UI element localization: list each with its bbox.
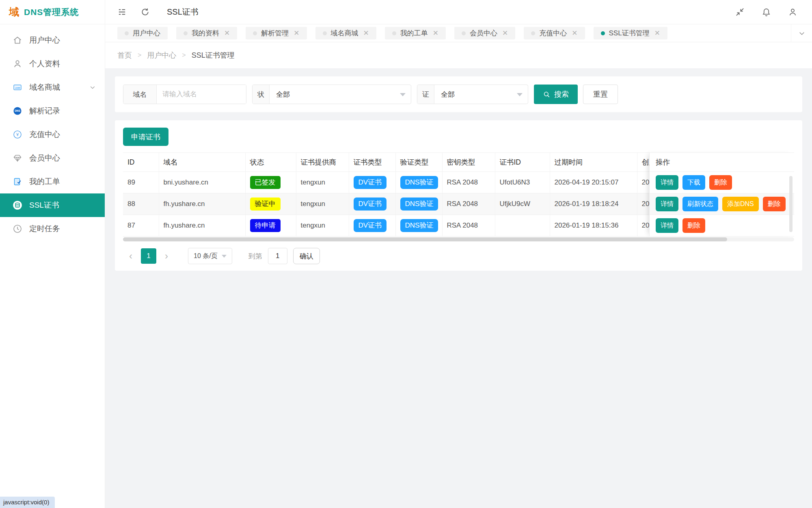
details-button[interactable]: 详情 xyxy=(656,175,678,190)
next-page-button[interactable]: › xyxy=(162,251,171,261)
dns-record-icon: DNS xyxy=(12,106,23,116)
cell-cert-id: UfotU6N3 xyxy=(495,172,550,193)
chevron-down-icon xyxy=(222,255,227,258)
cell-verify-type: DNS验证 xyxy=(395,193,442,215)
topbar-right xyxy=(735,7,797,17)
sidebar-item-ssl-certificates[interactable]: SSL证书 xyxy=(0,193,105,217)
close-icon[interactable]: ✕ xyxy=(654,29,660,37)
confirm-page-button[interactable]: 确认 xyxy=(293,248,320,264)
domain-shop-icon: .com xyxy=(12,82,23,93)
close-icon[interactable]: ✕ xyxy=(572,29,577,37)
fullscreen-icon[interactable] xyxy=(735,7,745,17)
prev-page-button[interactable]: ‹ xyxy=(126,251,135,261)
sidebar-item-vip-center[interactable]: 会员中心 xyxy=(0,146,105,170)
status-filter-label: 状 xyxy=(253,85,270,104)
close-icon[interactable]: ✕ xyxy=(433,29,438,37)
sidebar-item-domain-shop[interactable]: .com域名商城 xyxy=(0,76,105,99)
tab-status-dot xyxy=(601,31,605,35)
column-header: 密钥类型 xyxy=(442,153,495,172)
delete-button[interactable]: 删除 xyxy=(682,218,705,233)
topbar-left: SSL证书 xyxy=(117,7,199,17)
ticket-icon xyxy=(12,176,23,187)
collapse-menu-icon[interactable] xyxy=(117,7,127,17)
tab-vip-center[interactable]: 会员中心✕ xyxy=(454,27,515,39)
sidebar-item-profile[interactable]: 个人资料 xyxy=(0,52,105,76)
cert-type-badge: DV证书 xyxy=(354,198,387,211)
breadcrumb-separator: > xyxy=(182,52,186,59)
cell-domain: bni.yushare.cn xyxy=(159,172,245,193)
sidebar-item-label: 充值中心 xyxy=(29,129,60,140)
status-badge: 待申请 xyxy=(250,219,281,232)
svg-text:¥: ¥ xyxy=(16,132,19,137)
sidebar-item-my-tickets[interactable]: 我的工单 xyxy=(0,170,105,193)
status-filter-value: 全部 xyxy=(270,85,296,104)
sidebar-item-scheduled-tasks[interactable]: 定时任务 xyxy=(0,217,105,241)
home-icon xyxy=(12,35,23,46)
sidebar-item-recharge-center[interactable]: ¥充值中心 xyxy=(0,123,105,146)
sidebar-item-dns-records[interactable]: DNS解析记录 xyxy=(0,99,105,123)
details-button[interactable]: 详情 xyxy=(656,218,678,233)
tab-domain-shop[interactable]: 域名商城✕ xyxy=(315,27,376,39)
close-icon[interactable]: ✕ xyxy=(363,29,369,37)
user-avatar-icon[interactable] xyxy=(788,7,797,17)
apply-cert-button[interactable]: 申请证书 xyxy=(123,128,168,146)
breadcrumb-item[interactable]: 用户中心 xyxy=(147,50,176,60)
page-number-button[interactable]: 1 xyxy=(141,248,156,264)
close-icon[interactable]: ✕ xyxy=(294,29,299,37)
goto-page-input[interactable] xyxy=(268,248,287,264)
tabs-dropdown-icon[interactable] xyxy=(791,24,812,42)
horizontal-scrollbar[interactable] xyxy=(123,237,794,241)
logo-icon: 域 xyxy=(9,5,19,19)
vertical-scrollbar[interactable] xyxy=(789,176,793,232)
pagination: ‹ 1 › 10 条/页 到第 确认 xyxy=(123,248,794,264)
cell-verify-type: DNS验证 xyxy=(395,215,442,237)
tab-my-profile[interactable]: 我的资料✕ xyxy=(176,27,237,39)
breadcrumb: 首页>用户中心>SSL证书管理 xyxy=(105,42,812,68)
delete-button[interactable]: 删除 xyxy=(709,175,732,190)
app-logo[interactable]: 域 DNS管理系统 xyxy=(0,0,105,24)
refresh-status-button[interactable]: 刷新状态 xyxy=(682,197,718,211)
delete-button[interactable]: 删除 xyxy=(763,197,786,211)
cert-type-filter-select[interactable]: 证 全部 xyxy=(417,85,528,104)
column-header: ID xyxy=(123,153,159,172)
tab-ssl-cert-management[interactable]: SSL证书管理✕ xyxy=(594,27,667,39)
tab-recharge-center[interactable]: 充值中心✕ xyxy=(524,27,585,39)
tab-label: 解析管理 xyxy=(261,28,289,38)
sidebar-item-label: 个人资料 xyxy=(29,59,60,69)
cell-expire-time: 2026-01-19 18:15:36 xyxy=(550,215,637,237)
tabbar: 用户中心我的资料✕解析管理✕域名商城✕我的工单✕会员中心✕充值中心✕SSL证书管… xyxy=(105,24,812,42)
breadcrumb-item[interactable]: 首页 xyxy=(117,50,132,60)
sidebar-item-label: SSL证书 xyxy=(29,200,59,211)
cert-type-badge: DV证书 xyxy=(354,219,387,232)
chevron-down-icon xyxy=(517,93,523,96)
sidebar-item-label: 域名商城 xyxy=(29,82,60,93)
domain-filter-input[interactable] xyxy=(157,85,246,104)
add-dns-button[interactable]: 添加DNS xyxy=(722,197,759,211)
refresh-icon[interactable] xyxy=(140,7,150,17)
page-size-select[interactable]: 10 条/页 xyxy=(188,248,232,264)
sidebar-item-label: 定时任务 xyxy=(29,224,60,234)
status-filter-select[interactable]: 状 全部 xyxy=(252,85,411,104)
chevron-down-icon xyxy=(400,93,406,96)
sidebar-item-user-center[interactable]: 用户中心 xyxy=(0,28,105,52)
notification-bell-icon[interactable] xyxy=(762,7,771,17)
close-icon[interactable]: ✕ xyxy=(502,29,508,37)
app-root: 域 DNS管理系统 用户中心个人资料.com域名商城DNS解析记录¥充值中心会员… xyxy=(0,0,812,508)
search-button[interactable]: 搜索 xyxy=(534,85,578,104)
tab-status-dot xyxy=(462,31,466,35)
cert-type-badge: DV证书 xyxy=(354,176,387,189)
download-button[interactable]: 下载 xyxy=(682,175,705,190)
cell-expire-time: 2026-04-19 20:15:07 xyxy=(550,172,637,193)
tab-dns-management[interactable]: 解析管理✕ xyxy=(246,27,307,39)
details-button[interactable]: 详情 xyxy=(656,197,678,211)
reset-button[interactable]: 重置 xyxy=(583,85,618,104)
cell-provider: tengxun xyxy=(296,193,349,215)
horizontal-scrollbar-thumb[interactable] xyxy=(123,237,727,241)
close-icon[interactable]: ✕ xyxy=(224,29,230,37)
tab-my-tickets[interactable]: 我的工单✕ xyxy=(385,27,446,39)
tab-user-center[interactable]: 用户中心 xyxy=(117,27,168,39)
sidebar: 域 DNS管理系统 用户中心个人资料.com域名商城DNS解析记录¥充值中心会员… xyxy=(0,0,105,508)
sidebar-menu: 用户中心个人资料.com域名商城DNS解析记录¥充值中心会员中心我的工单SSL证… xyxy=(0,24,105,241)
tab-label: SSL证书管理 xyxy=(609,28,650,38)
cell-domain: fh.yushare.cn xyxy=(159,193,245,215)
